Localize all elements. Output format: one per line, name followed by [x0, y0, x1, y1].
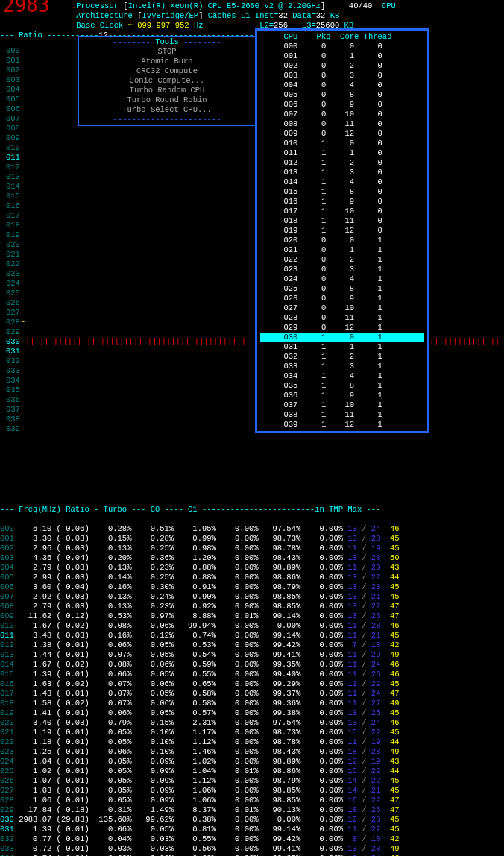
- cpu-topology-row[interactable]: 033 1 3 1: [260, 362, 424, 371]
- freq-row: 020 3.40 ( 0.03) 0.79% 0.15% 2.31% 0.00%…: [0, 718, 504, 728]
- freq-table: --- Freq(MHz) Ratio - Turbo --- C0 ---- …: [0, 495, 504, 856]
- cpu-index: 025: [6, 289, 25, 298]
- freq-row: 011 3.48 ( 0.03) 0.16% 0.12% 0.74% 0.00%…: [0, 631, 504, 641]
- cpu-index: 037: [6, 405, 25, 415]
- cpu-topology-row[interactable]: 019 1 12 0: [260, 226, 424, 236]
- freq-row: 024 1.04 ( 0.01) 0.05% 0.09% 1.02% 0.00%…: [0, 757, 504, 767]
- tools-menu[interactable]: -------- Tools -------- STOPAtomic BurnC…: [78, 36, 256, 126]
- cpu-topology-row[interactable]: 028 0 11 1: [260, 313, 424, 323]
- cpu-index: 010: [6, 143, 25, 153]
- cpu-topology-row[interactable]: 027 0 10 1: [260, 303, 424, 313]
- cpu-index: 031: [6, 347, 25, 356]
- cpu-topology-row[interactable]: 022 0 2 1: [260, 255, 424, 265]
- cpu-topology-row[interactable]: 036 1 9 1: [260, 391, 424, 400]
- cpu-index: 020: [6, 240, 25, 250]
- cpu-index: 024: [6, 279, 25, 289]
- cpu-topology-row[interactable]: 030 1 0 1: [260, 333, 424, 342]
- freq-row: 004 2.79 ( 0.03) 0.13% 0.23% 0.88% 0.00%…: [0, 563, 504, 573]
- cpu-topology-row[interactable]: 007 0 10 0: [260, 110, 424, 119]
- cpu-topology-row[interactable]: 018 1 11 0: [260, 216, 424, 226]
- cpu-index: 026: [6, 298, 25, 308]
- header-processor-line: .Processor [Intel(R) Xeon(R) CPU E5-2660…: [72, 1, 504, 11]
- cpu-index: 016: [6, 201, 25, 211]
- cpu-index: 008: [6, 124, 25, 133]
- freq-row: 032 0.77 ( 0.01) 0.04% 0.03% 0.55% 0.00%…: [0, 834, 504, 844]
- tools-item[interactable]: Turbo Random CPU: [79, 86, 255, 95]
- cpu-topology-row[interactable]: 011 1 1 0: [260, 148, 424, 158]
- cpu-topology-row[interactable]: 021 0 1 1: [260, 245, 424, 255]
- cpu-topology-row[interactable]: 000 0 0 0: [260, 42, 424, 51]
- freq-row: 003 4.36 ( 0.04) 0.20% 0.36% 1.20% 0.00%…: [0, 553, 504, 563]
- header-arch-line: Architecture [IvyBridge/EP] Caches L1 In…: [72, 11, 504, 21]
- cpu-index: 014: [6, 182, 25, 192]
- cpu-topology-row[interactable]: 020 0 0 1: [260, 236, 424, 245]
- freq-row: 005 2.99 ( 0.03) 0.14% 0.25% 0.88% 0.00%…: [0, 573, 504, 582]
- tools-item[interactable]: CRC32 Compute: [79, 66, 255, 76]
- cpu-topology-row[interactable]: 009 0 12 0: [260, 129, 424, 139]
- cpu-topology-row[interactable]: 015 1 8 0: [260, 187, 424, 197]
- freq-row: 018 1.58 ( 0.02) 0.07% 0.06% 0.58% 0.00%…: [0, 699, 504, 708]
- cpu-topology-row[interactable]: 037 1 10 1: [260, 400, 424, 410]
- cpu-topology-row[interactable]: 034 1 4 1: [260, 371, 424, 381]
- freq-row: 012 1.38 ( 0.01) 0.06% 0.05% 0.53% 0.00%…: [0, 641, 504, 650]
- freq-row: 014 1.67 ( 0.02) 0.08% 0.06% 0.59% 0.00%…: [0, 660, 504, 670]
- cpu-index: 018: [6, 221, 25, 230]
- cpu-topology-row[interactable]: 001 0 1 0: [260, 51, 424, 61]
- cpu-index: 011: [6, 153, 25, 163]
- cpu-topology-row[interactable]: 005 0 8 0: [260, 90, 424, 100]
- cpu-index: 034: [6, 376, 25, 385]
- cpu-index: 007: [6, 114, 25, 124]
- freq-row: 026 1.07 ( 0.01) 0.05% 0.09% 1.12% 0.00%…: [0, 776, 504, 786]
- cpu-topology-row[interactable]: 016 1 9 0: [260, 197, 424, 207]
- freq-row: 006 3.60 ( 0.04) 0.16% 0.30% 0.91% 0.00%…: [0, 582, 504, 592]
- freq-row: 015 1.39 ( 0.01) 0.06% 0.05% 0.55% 0.00%…: [0, 670, 504, 679]
- cpu-topology-row[interactable]: 013 1 3 0: [260, 168, 424, 177]
- ratio-readout: 2983: [3, 1, 67, 24]
- cpu-topology-row[interactable]: 023 0 3 1: [260, 265, 424, 274]
- freq-row: 019 1.41 ( 0.01) 0.06% 0.05% 0.57% 0.00%…: [0, 708, 504, 718]
- cpu-index: 006: [6, 104, 25, 114]
- cpu-topology-row[interactable]: 025 0 8 1: [260, 284, 424, 294]
- cpu-topology-row[interactable]: 002 0 2 0: [260, 61, 424, 71]
- cpu-topology-row[interactable]: 008 0 11 0: [260, 119, 424, 129]
- cpu-topology-row[interactable]: 014 1 4 0: [260, 177, 424, 187]
- tools-title: -------- Tools --------: [79, 37, 255, 47]
- cpu-index: 019: [6, 230, 25, 240]
- freq-row: 021 1.19 ( 0.01) 0.05% 0.10% 1.17% 0.00%…: [0, 728, 504, 737]
- freq-row: 029 17.84 ( 0.18) 0.81% 1.49% 8.37% 0.01…: [0, 805, 504, 815]
- cpu-topology-row[interactable]: 038 1 11 1: [260, 410, 424, 420]
- tools-item[interactable]: Atomic Burn: [79, 57, 255, 66]
- cpu-topology-row[interactable]: 017 1 10 0: [260, 207, 424, 216]
- freq-row: 030 2983.07 (29.83) 135.60% 99.62% 0.38%…: [0, 815, 504, 825]
- cpu-index: 012: [6, 163, 25, 172]
- tools-item[interactable]: Turbo Select CPU...: [79, 105, 255, 115]
- cpu-index: 022: [6, 259, 25, 269]
- cpu-topology-row[interactable]: 024 0 4 1: [260, 274, 424, 284]
- cpu-topology-row[interactable]: 006 0 9 0: [260, 100, 424, 110]
- cpu-index: 017: [6, 211, 25, 221]
- cpu-index: 039: [6, 424, 25, 434]
- tools-item[interactable]: Conic Compute...: [79, 76, 255, 86]
- freq-row: 001 3.30 ( 0.03) 0.15% 0.28% 0.99% 0.00%…: [0, 534, 504, 544]
- cpu-topology-row[interactable]: 003 0 3 0: [260, 71, 424, 81]
- cpu-topology-row[interactable]: 026 0 9 1: [260, 294, 424, 303]
- tools-item[interactable]: STOP: [79, 47, 255, 57]
- cpu-topology-row[interactable]: 032 1 2 1: [260, 352, 424, 362]
- cpu-topology-panel[interactable]: --- CPU Pkg Core Thread --- 000 0 0 0 00…: [255, 28, 429, 433]
- tools-item[interactable]: Turbo Round Robin: [79, 95, 255, 105]
- freq-row: 009 11.62 ( 0.12) 0.53% 0.97% 8.88% 0.01…: [0, 611, 504, 621]
- cpu-topology-row[interactable]: 029 0 12 1: [260, 323, 424, 333]
- freq-row: 002 2.96 ( 0.03) 0.13% 0.25% 0.98% 0.00%…: [0, 544, 504, 553]
- cpu-topology-row[interactable]: 031 1 1 1: [260, 342, 424, 352]
- cpu-topology-row[interactable]: 012 1 2 0: [260, 158, 424, 168]
- cpu-topology-row[interactable]: 004 0 4 0: [260, 81, 424, 90]
- freq-row: 023 1.25 ( 0.01) 0.06% 0.10% 1.46% 0.00%…: [0, 747, 504, 757]
- cpu-topology-row[interactable]: 039 1 12 1: [260, 420, 424, 429]
- cpu-index: 023: [6, 269, 25, 279]
- cpu-index: 038: [6, 415, 25, 424]
- freq-row: 031 1.39 ( 0.01) 0.06% 0.05% 0.81% 0.00%…: [0, 825, 504, 834]
- cpu-topology-row[interactable]: 035 1 8 1: [260, 381, 424, 391]
- freq-row: 017 1.43 ( 0.01) 0.07% 0.05% 0.58% 0.00%…: [0, 689, 504, 699]
- cpu-topology-row[interactable]: 010 1 0 0: [260, 139, 424, 148]
- cpu-index: 032: [6, 356, 25, 366]
